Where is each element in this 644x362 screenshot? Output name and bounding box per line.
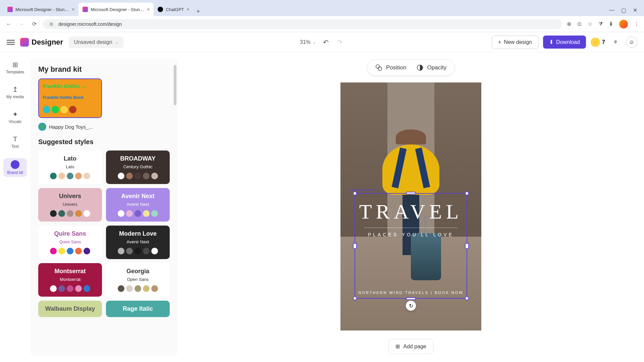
canvas-subtitle-text[interactable]: PLACES YOU'LL LOVE [355,232,467,237]
close-window-button[interactable]: ✕ [633,7,637,13]
context-toolbar: Position Opacity [367,60,455,76]
opacity-button[interactable]: Opacity [416,64,446,71]
style-font-primary: Rage Italic [123,305,153,312]
style-card[interactable]: Walbaum Display [38,301,102,317]
user-menu-button[interactable]: ☺ [626,37,637,48]
style-font-secondary: Montserrat [60,277,80,282]
new-design-button[interactable]: + New design [492,36,538,49]
brand-card-font1: Franklin Gothic ... [43,83,97,89]
minimize-button[interactable]: — [609,7,614,13]
resize-handle-tc[interactable] [406,192,416,194]
browser-menu-icon[interactable]: ⋮ [634,21,639,27]
nav-item-text[interactable]: T Text [3,133,27,151]
browser-tab[interactable]: Microsoft Designer - Stunning × [3,3,78,16]
color-swatch [75,210,82,217]
canvas-title-text[interactable]: TRAVEL [355,200,467,224]
url-field[interactable]: ⊙ designer.microsoft.com/design [43,19,562,29]
tab-title: ChatGPT [166,7,184,12]
download-icon: ⬇ [549,39,553,45]
color-swatch [135,210,141,217]
install-app-icon[interactable]: ⊕ [567,21,571,27]
color-swatch [50,248,57,254]
app-logo[interactable]: Designer [20,38,63,47]
zoom-icon[interactable]: ⊙ [577,21,582,27]
selection-box[interactable]: TRAVEL PLACES YOU'LL LOVE NORTHERN WIND … [355,193,467,299]
style-card[interactable]: Modern Love Avenir Next [106,226,170,259]
browser-tab-strip: Microsoft Designer - Stunning × Microsof… [0,0,644,16]
brand-kit-card[interactable]: Franklin Gothic ... Franklin Gothic Book [38,78,102,118]
bookmark-icon[interactable]: ☆ [588,21,592,27]
resize-handle-ml[interactable] [353,243,357,249]
style-font-secondary: Univers [63,202,77,207]
color-swatch [126,248,133,254]
my-media-icon: ↥ [11,86,19,93]
resize-handle-tr[interactable] [465,191,469,195]
tab-close-icon[interactable]: × [147,7,150,12]
style-card[interactable]: Lato Lato [38,150,102,184]
profile-avatar[interactable] [619,20,628,28]
nav-item-my-media[interactable]: ↥ My media [3,84,27,101]
resize-handle-bl[interactable] [353,296,357,300]
tab-title: Microsoft Designer - Stunning [15,7,69,12]
style-card[interactable]: Rage Italic [106,301,170,317]
color-swatch [58,248,65,254]
menu-button[interactable] [7,38,15,46]
resize-handle-br[interactable] [465,296,469,300]
color-swatch [151,173,158,179]
maximize-button[interactable]: ▢ [621,7,626,13]
add-page-button[interactable]: ⊞ Add page [388,339,433,354]
visuals-icon: ✦ [11,111,19,118]
canvas-footer-text[interactable]: NORTHERN WIND TRAVELS | BOOK NOW [355,291,467,295]
svg-point-1 [378,67,382,70]
color-swatch [84,248,90,254]
design-canvas[interactable]: TRAVEL PLACES YOU'LL LOVE NORTHERN WIND … [340,82,481,330]
scrollbar[interactable] [174,65,176,105]
style-card[interactable]: Avenir Next Avenir Next [106,188,170,222]
resize-handle-mr[interactable] [465,243,469,249]
style-card[interactable]: Univers Univers [38,188,102,222]
color-swatch [58,285,65,292]
style-card[interactable]: BROADWAY Century Gothic [106,150,170,184]
redo-button[interactable]: ↷ [335,38,344,47]
color-swatch [67,285,73,292]
color-swatch [135,248,141,254]
color-swatch [75,285,82,292]
browser-tab[interactable]: ChatGPT × [154,3,193,16]
extensions-icon[interactable]: ⧩ [598,21,603,27]
credits-indicator[interactable]: ⚡ 7 [591,38,605,47]
color-swatch [67,210,73,217]
reload-button[interactable]: ⟳ [30,20,38,28]
nav-item-visuals[interactable]: ✦ Visuals [3,109,27,126]
position-button[interactable]: Position [375,64,406,71]
download-label: Download [556,39,580,45]
undo-button[interactable]: ↶ [321,38,330,47]
tab-close-icon[interactable]: × [187,7,190,12]
rotate-handle[interactable]: ↻ [406,301,416,311]
share-button[interactable]: ⚘ [610,37,621,48]
style-card[interactable]: Montserrat Montserrat [38,263,102,297]
color-swatch [60,106,68,113]
nav-item-templates[interactable]: ⊞ Templates [3,59,27,76]
color-swatch [84,173,90,179]
design-name-dropdown[interactable]: Unsaved design ⌄ [68,37,124,48]
templates-icon: ⊞ [11,61,19,68]
canvas-rule [364,228,458,228]
downloads-icon[interactable]: ⬇ [609,21,613,27]
style-font-primary: Univers [59,193,81,200]
brand-kit-name-row[interactable]: Happy Dog Toys_... [38,123,170,131]
back-button[interactable]: ← [5,20,13,28]
zoom-dropdown[interactable]: 31% ⌄ [300,39,316,45]
browser-tab[interactable]: Microsoft Designer - Stunning × [78,3,154,16]
style-card[interactable]: Georgia Open Sans [106,263,170,297]
forward-button[interactable]: → [17,20,25,28]
new-tab-button[interactable]: + [194,7,203,16]
resize-handle-bc[interactable] [406,297,416,300]
style-card[interactable]: Quire Sans Quire Sans [38,226,102,259]
resize-handle-tl[interactable] [353,191,357,195]
nav-item-brand-kit[interactable]: Brand kit [3,158,27,177]
site-info-icon[interactable]: ⊙ [48,21,55,27]
download-button[interactable]: ⬇ Download [543,36,586,49]
style-swatches [50,248,90,254]
tab-close-icon[interactable]: × [72,7,74,12]
color-swatch [58,173,65,179]
